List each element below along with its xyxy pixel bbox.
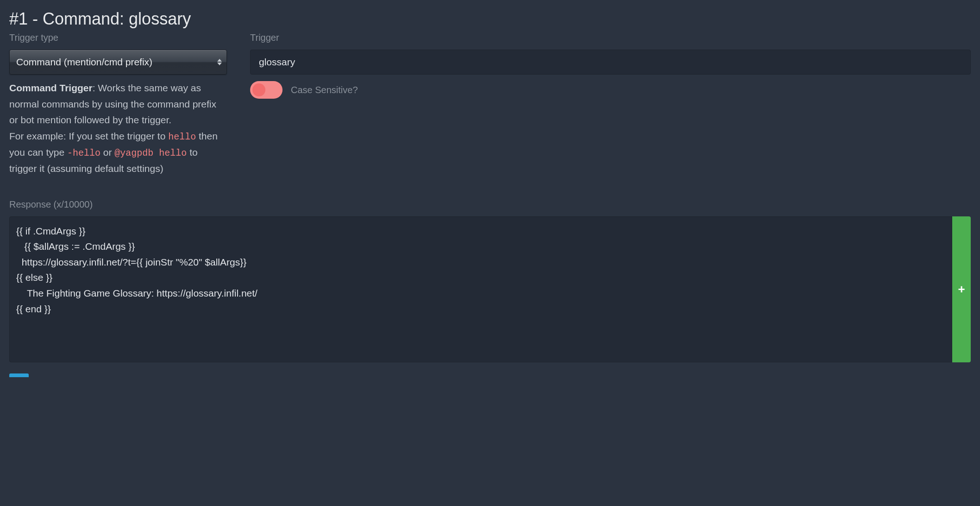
toggle-knob bbox=[252, 83, 265, 96]
help-strong: Command Trigger bbox=[9, 82, 93, 93]
add-response-button[interactable]: + bbox=[952, 216, 971, 362]
bottom-accent bbox=[9, 373, 29, 377]
trigger-type-selected-value: Command (mention/cmd prefix) bbox=[16, 57, 152, 68]
select-arrows-icon bbox=[217, 59, 222, 65]
help-code-hello: hello bbox=[168, 132, 196, 142]
help-example-prefix: For example: If you set the trigger to bbox=[9, 131, 168, 141]
response-section: Response (x/10000) {{ if .CmdArgs }} {{ … bbox=[9, 199, 971, 362]
case-sensitive-label: Case Sensitive? bbox=[291, 85, 358, 95]
trigger-type-help-text: Command Trigger: Works the same way as n… bbox=[9, 80, 227, 177]
help-code-mention-hello: @yagpdb hello bbox=[114, 148, 187, 158]
trigger-label: Trigger bbox=[250, 32, 971, 43]
trigger-type-select[interactable]: Command (mention/cmd prefix) bbox=[9, 50, 227, 75]
page-title: #1 - Command: glossary bbox=[9, 9, 971, 29]
response-textarea[interactable]: {{ if .CmdArgs }} {{ $allArgs := .CmdArg… bbox=[9, 216, 952, 362]
response-label: Response (x/10000) bbox=[9, 199, 971, 210]
help-example-mid2: or bbox=[101, 147, 114, 158]
trigger-input[interactable] bbox=[250, 50, 971, 75]
trigger-column: Trigger Case Sensitive? bbox=[250, 32, 971, 177]
trigger-type-column: Trigger type Command (mention/cmd prefix… bbox=[9, 32, 227, 177]
help-code-dash-hello: -hello bbox=[67, 148, 101, 158]
trigger-type-label: Trigger type bbox=[9, 32, 227, 43]
case-sensitive-toggle[interactable] bbox=[250, 81, 283, 99]
